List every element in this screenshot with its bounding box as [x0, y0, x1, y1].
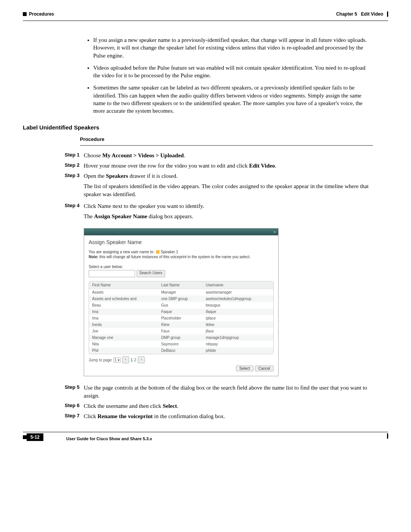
- list-item: If you assign a new speaker name to a pr…: [93, 36, 373, 59]
- jump-label: Jump to page: [89, 358, 112, 362]
- table-row[interactable]: Manage oneDMP groupmanage1dmpgroup: [89, 334, 273, 341]
- procedure-steps-cont: Step 5 Use the page controls at the bott…: [65, 384, 373, 420]
- footer-square-icon: [23, 435, 27, 439]
- step-row: Step 7 Click Rename the voiceprint in th…: [65, 412, 373, 420]
- step-row: Step 1 Choose My Account > Videos > Uplo…: [65, 152, 373, 160]
- step-text: Click Rename the voiceprint in the confi…: [84, 412, 373, 420]
- header-divider: [23, 21, 388, 21]
- page-header: Procedures Chapter 5 Edit Video: [23, 11, 388, 17]
- step-text: Click the username and then click Select…: [84, 402, 373, 410]
- dialog-body: Assign Speaker Name You are assigning a …: [84, 235, 278, 376]
- search-input[interactable]: [89, 270, 135, 277]
- step-label: Step 6: [65, 402, 84, 410]
- next-page-button[interactable]: ›: [138, 356, 145, 363]
- close-icon[interactable]: ×: [274, 230, 276, 234]
- table-header-row: First Name Last Name Username: [89, 281, 273, 289]
- speaker-color-swatch: [156, 250, 159, 254]
- step-text: Choose My Account > Videos > Uploaded.: [84, 152, 373, 160]
- step-row: Step 6 Click the username and then click…: [65, 402, 373, 410]
- step-text: Click Name next to the speaker you want …: [84, 202, 373, 210]
- step-text: Hover your mouse over the row for the vi…: [84, 162, 373, 170]
- step-row: Step 3 Open the Speakers drawer if it is…: [65, 172, 373, 180]
- breadcrumb: Procedures: [29, 11, 54, 17]
- step-row: Step 4 Click Name next to the speaker yo…: [65, 202, 373, 210]
- header-square-icon: [23, 12, 27, 16]
- assign-line: You are assigning a new user name to: Sp…: [89, 250, 274, 254]
- note-line: Note: this will change all future instan…: [89, 255, 274, 259]
- col-first-name[interactable]: First Name: [89, 281, 158, 289]
- dialog-titlebar: ×: [84, 228, 278, 235]
- step-subtext: The Assign Speaker Name dialog box appea…: [84, 212, 373, 220]
- table-row[interactable]: JoeFauxjfaux: [89, 328, 273, 334]
- step-label: Step 1: [65, 152, 84, 160]
- footer-bar-icon: [387, 433, 388, 439]
- step-subtext: The list of speakers identified in the v…: [84, 182, 373, 198]
- pagination: Jump to page 1 ▾ ‹ 1 2 ›: [89, 356, 274, 363]
- chapter-label: Chapter 5: [336, 11, 357, 17]
- footer-title: User Guide for Cisco Show and Share 5.3.…: [66, 436, 152, 441]
- speaker-name: Speaker 1: [161, 250, 178, 254]
- header-right: Chapter 5 Edit Video: [336, 11, 388, 17]
- dialog-footer: Select Cancel: [89, 366, 274, 371]
- section-heading: Label Unidentified Speakers: [23, 124, 388, 131]
- step-label: Step 2: [65, 162, 84, 170]
- select-button[interactable]: Select: [236, 366, 253, 371]
- procedure-heading: Procedure: [80, 136, 388, 142]
- page-1-link[interactable]: 1: [131, 358, 133, 362]
- step-row: Step 5 Use the page controls at the bott…: [65, 384, 373, 400]
- step-label: Step 7: [65, 412, 84, 420]
- cancel-button[interactable]: Cancel: [255, 366, 274, 371]
- dialog-title: Assign Speaker Name: [89, 239, 274, 245]
- procedure-divider: [80, 145, 373, 146]
- step-label: Step 3: [65, 172, 84, 180]
- step-label: Step 4: [65, 202, 84, 210]
- table-row[interactable]: ImaPlaceholderiplace: [89, 315, 273, 321]
- table-row[interactable]: ImaFaqueifaque: [89, 308, 273, 315]
- list-item: Sometimes the same speaker can be labele…: [93, 84, 373, 115]
- table-row[interactable]: InedaKlewiklew: [89, 321, 273, 328]
- table-row[interactable]: Assets and schedules andone DMP groupase…: [89, 296, 273, 302]
- notes-list: If you assign a new speaker name to a pr…: [84, 36, 373, 115]
- list-item: Videos uploaded before the Pulse feature…: [93, 64, 373, 80]
- assign-speaker-dialog: × Assign Speaker Name You are assigning …: [84, 228, 279, 376]
- page-number-box: 5-12: [23, 433, 43, 441]
- page-2-link[interactable]: 2: [134, 358, 137, 362]
- step-text: Open the Speakers drawer if it is closed…: [84, 172, 373, 180]
- header-bar-icon: [387, 11, 388, 17]
- step-row: Step 2 Hover your mouse over the row for…: [65, 162, 373, 170]
- page-select[interactable]: 1 ▾: [113, 358, 121, 363]
- table-row[interactable]: BeauGusbeaugus: [89, 302, 273, 308]
- col-username[interactable]: Username: [203, 281, 273, 289]
- step-text: Use the page controls at the bottom of t…: [84, 384, 373, 400]
- search-row: Search Users: [89, 270, 274, 277]
- page-number: 5-12: [27, 433, 43, 441]
- step-label: Step 5: [65, 384, 84, 400]
- table-row[interactable]: AssetsManagerassetsmanager: [89, 289, 273, 296]
- search-users-button[interactable]: Search Users: [137, 270, 165, 277]
- select-user-label: Select a user below:: [89, 265, 274, 269]
- prev-page-button[interactable]: ‹: [122, 356, 129, 363]
- user-table: First Name Last Name Username AssetsMana…: [89, 281, 274, 354]
- header-left: Procedures: [23, 11, 54, 17]
- procedure-steps: Step 1 Choose My Account > Videos > Uplo…: [65, 152, 373, 220]
- table-row[interactable]: NitaSaymoorenitasay: [89, 341, 273, 347]
- page-footer: 5-12 User Guide for Cisco Show and Share…: [23, 432, 388, 441]
- col-last-name[interactable]: Last Name: [158, 281, 202, 289]
- chapter-title: Edit Video: [361, 11, 383, 17]
- table-row[interactable]: PhilDeBlancphilde: [89, 347, 273, 354]
